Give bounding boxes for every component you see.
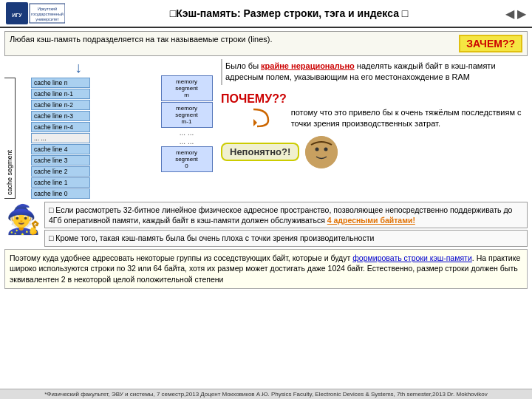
bottom-explanation: 🧙 □ Если рассмотреть 32-битное линейное …: [4, 202, 528, 247]
svg-text:ИГУ: ИГУ: [12, 13, 22, 18]
page-title: □Кэш-память: Размер строки, тэга и индек…: [72, 7, 505, 19]
middle-section: ↓ cache segment cache line ncache line n…: [4, 59, 528, 199]
irrational-highlight: крайне нерационально: [261, 61, 355, 70]
cache-line-item: cache line n: [31, 78, 90, 88]
header: ИГУ Иркутский государственный университе…: [0, 0, 532, 28]
exp2-text: Кроме того, такая кэш-память была бы оче…: [55, 233, 374, 242]
cache-line-item: cache line 1: [31, 177, 90, 188]
intro-text: Любая кэш-память подразделяется на так н…: [10, 35, 451, 44]
cache-segment-label: cache segment: [4, 78, 16, 199]
memory-segment-block: memory segment m-1: [161, 102, 213, 128]
header-navigation: ◀ ▶: [505, 7, 526, 21]
explanation-box-2: □ Кроме того, такая кэш-память была бы о…: [44, 230, 528, 246]
cache-line-item: cache line 0: [31, 188, 90, 199]
memory-segments-panel: memory segment mmemory segment m-1... ..…: [155, 59, 218, 199]
cache-line-item: cache line n-2: [31, 100, 90, 110]
intro-section: Любая кэш-память подразделяется на так н…: [4, 31, 528, 56]
pochemu-section: ПОЧЕМУ?? потому что это привело бы к оче…: [221, 92, 528, 130]
down-arrow-top: ↓: [75, 59, 82, 76]
svg-point-9: [324, 147, 328, 151]
exp1-text: Если рассмотреть 32-битное линейное физи…: [49, 205, 512, 225]
pochemu-arrow-icon: [235, 106, 272, 128]
cache-line-item: cache line n-1: [31, 89, 90, 99]
main-content: Любая кэш-память подразделяется на так н…: [0, 28, 532, 293]
memory-segment-block: memory segment 0: [161, 146, 213, 172]
footer-text: *Физический факультет, ЭВУ и системы, 7 …: [44, 391, 488, 398]
cache-line-item: cache line 2: [31, 166, 90, 177]
wizard-icon: 🧙: [6, 203, 41, 236]
cache-line-item: cache line 4: [31, 144, 90, 154]
memory-segment-dots: ... ...: [161, 137, 213, 146]
svg-text:государственный: государственный: [31, 12, 64, 16]
cache-line-item: cache line n-4: [31, 122, 90, 132]
svg-text:Иркутский: Иркутский: [38, 7, 57, 11]
summary-highlight: формировать строки кэш-памяти: [352, 253, 472, 262]
footer: *Физический факультет, ЭВУ и системы, 7 …: [0, 389, 532, 399]
neponyatno-bubble: Непонятно?!: [221, 143, 299, 161]
neponyatno-section: Непонятно?!: [221, 136, 528, 168]
irrational-prefix: Было бы: [225, 61, 261, 70]
cache-line-item: cache line n-3: [31, 111, 90, 121]
zachem-box: ЗАЧЕМ??: [459, 35, 522, 52]
because-text: потому что это привело бы к очень тяжёлы…: [291, 92, 528, 130]
memory-segment-block: memory segment m: [161, 75, 213, 101]
exp1-highlight: 4 адресными байтами!: [327, 216, 415, 225]
wizard-icon-panel: 🧙: [4, 202, 41, 247]
cache-line-item: cache line 3: [31, 155, 90, 166]
explanation-text-boxes: □ Если рассмотреть 32-битное линейное фи…: [44, 202, 528, 247]
explanation-box-1: □ Если рассмотреть 32-битное линейное фи…: [44, 202, 528, 228]
svg-point-8: [316, 147, 319, 151]
exp2-checkbox: □: [49, 233, 53, 242]
summary-prefix: Поэтому куда удобнее адресовать некоторы…: [10, 253, 352, 262]
memory-segment-dots: ... ...: [161, 129, 213, 137]
irrational-explanation: Было бы крайне нерационально наделять ка…: [221, 59, 528, 85]
svg-text:университет: университет: [35, 17, 59, 21]
svg-marker-6: [253, 119, 257, 126]
exp1-checkbox: □: [49, 205, 53, 214]
svg-point-7: [305, 136, 338, 168]
cache-line-item: ... ...: [31, 133, 90, 143]
confused-person-icon: [305, 136, 338, 168]
cache-lines-list: cache line ncache line n-1cache line n-2…: [31, 78, 90, 199]
pochemu-label: ПОЧЕМУ??: [221, 92, 287, 106]
university-logo: ИГУ Иркутский государственный университе…: [6, 2, 65, 24]
right-explanation: Было бы крайне нерационально наделять ка…: [221, 59, 528, 199]
summary-section: Поэтому куда удобнее адресовать некоторы…: [4, 249, 528, 289]
next-button[interactable]: ▶: [517, 7, 526, 21]
cache-diagram: ↓ cache segment cache line ncache line n…: [4, 59, 152, 199]
prev-button[interactable]: ◀: [505, 7, 514, 21]
